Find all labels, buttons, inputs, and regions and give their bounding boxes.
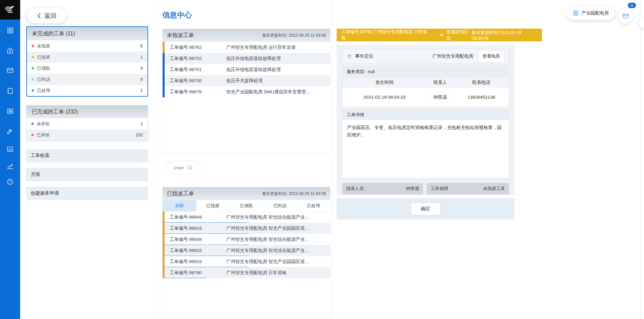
unfinished-orders-panel: 未完成的工单 (11) 未指派 5 已指派 1 已领取 4 已到达 0 已处理 …	[26, 26, 148, 97]
stat-row-unassigned[interactable]: 未指派 5	[27, 40, 147, 52]
work-order-number: 工单编号:98702	[170, 56, 226, 62]
status-bar	[163, 75, 165, 86]
panel-title: 已指派工单	[167, 190, 194, 197]
work-order-desc: 广州智光专用配电房 智光产业园园区巡…	[226, 259, 330, 265]
info-icon[interactable]	[6, 178, 14, 186]
bar-chart-icon[interactable]	[6, 146, 14, 153]
work-order-number: 工单编号:98916	[170, 225, 226, 231]
work-order-row[interactable]: 工单编号:98938 广州智光专用配电房 智光综合能源产业…	[163, 234, 330, 245]
view-room-button[interactable]: 查看电房	[478, 50, 504, 62]
app-logo[interactable]	[0, 0, 20, 20]
scrollbar-track[interactable]	[640, 0, 641, 319]
menu-item-monthly-report[interactable]: 月报	[26, 168, 148, 181]
edge-floating-button[interactable]	[639, 18, 644, 29]
stat-count: 231	[136, 132, 143, 137]
work-order-row[interactable]: 工单编号:98919 广州智光专用配电房 智光产业园园区巡…	[163, 256, 330, 267]
apps-icon[interactable]	[6, 27, 14, 34]
menu-item-order-search[interactable]: 工单检索	[26, 149, 148, 162]
home-icon[interactable]	[6, 47, 14, 54]
notebook-icon[interactable]	[6, 87, 14, 95]
stat-row-processed[interactable]: 已处理 1	[27, 85, 147, 96]
back-button[interactable]: 返回	[26, 8, 67, 24]
status-bar	[163, 245, 165, 256]
stat-row-claimed[interactable]: 已领取 4	[27, 63, 147, 74]
confirm-strip: 确定	[337, 198, 514, 220]
page-search-input[interactable]: page	[166, 161, 201, 174]
work-order-row[interactable]: 工单编号:98762 广州智光专用配电房 运行异常反馈	[163, 42, 330, 53]
stat-row-assigned[interactable]: 已指派 1	[27, 52, 147, 63]
work-order-row[interactable]: 工单编号:98702 低压补偿电容器组故障处理	[163, 53, 330, 64]
work-order-row[interactable]: 工单编号:98916 广州智光专用配电房 智光产业园园区巡…	[163, 223, 330, 234]
menu-label: 工单检索	[31, 153, 49, 159]
assignee-bar[interactable]: 指派人员 钟荣昌	[342, 183, 423, 194]
tab-all[interactable]: 全部	[163, 200, 196, 211]
menu-item-create-service-request[interactable]: 创建服务申请	[26, 187, 148, 200]
detail-last-updated: 最后更新时间:2021-02-19 08:55:08	[472, 30, 537, 41]
work-order-number: 工单编号:98701	[170, 67, 226, 73]
last-updated: 最后更新时间: 2022-08-25 11:43:08	[262, 191, 326, 197]
tools-bar[interactable]: 工具领用 未指派工具	[427, 183, 509, 194]
work-order-number: 工单编号:98790	[170, 270, 226, 276]
trend-icon[interactable]	[6, 162, 14, 170]
list-icon[interactable]	[6, 107, 14, 115]
user-account-button[interactable]: 产业园配电房	[566, 6, 615, 20]
view-log-toggle[interactable]: 查看处理日志	[440, 29, 472, 41]
status-bar	[163, 267, 165, 278]
work-order-number: 工单编号:98919	[170, 259, 226, 265]
work-order-desc: 低压开关故障处理	[226, 78, 330, 84]
work-order-number: 工单编号:98938	[170, 236, 226, 243]
work-order-row[interactable]: 工单编号:98676 智光产业园配电房 DMU通信异常告警管…	[163, 86, 330, 97]
stat-row-rated[interactable]: 已评价 231	[27, 129, 148, 140]
tools-label: 工具领用	[431, 186, 448, 192]
column-header: 联系电话	[453, 77, 509, 88]
chevron-left-icon	[37, 13, 41, 19]
work-order-row[interactable]: 工单编号:98700 低压开关故障处理	[163, 75, 330, 86]
work-order-row[interactable]: 工单编号:98933 广州智光专用配电房 智光综合能源产业…	[163, 245, 330, 256]
status-dot	[31, 134, 34, 136]
status-bar	[163, 212, 165, 223]
order-detail-text: 产业园高压、专变、低压电房定时巡检检查记录，充电桩充电站巡视检查，园区维护。	[342, 120, 509, 143]
stat-row-unrated[interactable]: 未评价 1	[27, 118, 148, 129]
assigned-panel-header: 已指派工单 最后更新时间: 2022-08-25 11:43:08	[163, 187, 330, 200]
last-updated: 最后更新时间: 2022-08-25 11:43:08	[262, 33, 326, 38]
stat-label: 未指派	[37, 43, 50, 49]
work-order-number: 工单编号:98676	[170, 89, 226, 95]
work-order-detail-body: 事件定位 广州智光专用配电房 查看电房 服务类型 : null 发生时间 联系人…	[337, 45, 514, 195]
tab-assigned[interactable]: 已指派	[196, 200, 230, 211]
status-bar	[163, 53, 165, 64]
finished-panel-title: 已完成的工单 (232)	[27, 105, 148, 118]
work-order-row[interactable]: 工单编号:98949 广州智光专用配电房 智光综合能源产业…	[163, 212, 330, 223]
stat-label: 已领取	[37, 65, 50, 71]
detail-header-title: 工单编号:98790 广州智光专用配电房 日常巡检	[341, 29, 428, 41]
confirm-button[interactable]: 确定	[411, 203, 440, 215]
status-bar	[163, 256, 165, 267]
column-divider	[333, 0, 333, 319]
contact-name-cell: 钟荣昌	[427, 88, 454, 107]
menu-label: 创建服务申请	[31, 190, 59, 196]
view-log-label: 查看处理日志	[446, 29, 472, 41]
stat-label: 已处理	[37, 88, 50, 94]
column-header: 联系人	[427, 77, 454, 88]
tab-arrived[interactable]: 已到达	[263, 200, 297, 211]
menu-label: 月报	[31, 171, 40, 178]
status-bar	[163, 42, 165, 53]
mail-icon[interactable]	[6, 67, 14, 74]
location-pin-icon	[347, 54, 352, 59]
messages-button[interactable]	[618, 8, 633, 24]
occurred-time-cell: 2021-02-19 08:54:33	[342, 88, 427, 107]
work-order-desc: 广州智光专用配电房 智光产业园园区巡…	[226, 225, 330, 231]
stat-count: 0	[140, 77, 143, 82]
work-order-row-selected[interactable]: 工单编号:98790 广州智光专用配电房 日常巡检	[163, 267, 330, 278]
stat-count: 5	[140, 43, 143, 49]
stat-label: 已指派	[37, 54, 50, 60]
page-title: 信息中心	[162, 10, 192, 20]
envelope-icon	[622, 12, 629, 20]
wrench-icon[interactable]	[6, 128, 14, 135]
assigned-tabs: 全部 已指派 已领取 已到达 已处理	[163, 200, 330, 212]
tab-claimed[interactable]: 已领取	[230, 200, 263, 211]
stat-row-arrived[interactable]: 已到达 0	[27, 74, 147, 85]
work-order-row[interactable]: 工单编号:98701 低压补偿电容器组故障处理	[163, 64, 330, 75]
status-dot	[32, 45, 34, 47]
tab-processed[interactable]: 已处理	[297, 200, 330, 211]
work-order-desc: 广州智光专用配电房 智光综合能源产业…	[226, 248, 330, 254]
